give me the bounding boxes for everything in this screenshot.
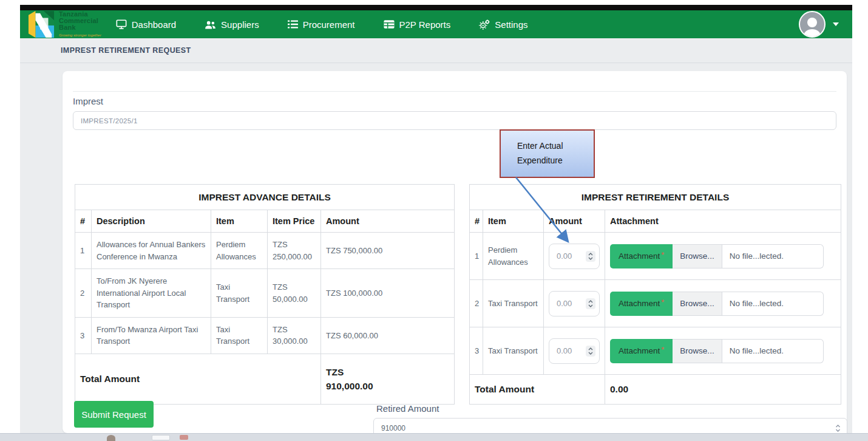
row-description: From/To Mwanza Airport Taxi Transport xyxy=(92,317,211,354)
table-row: 2 Taxi Transport 0.00 Attachment xyxy=(470,280,841,327)
advance-details-table: IMPREST ADVANCE DETAILS # Description It… xyxy=(75,184,455,405)
col-header: Amount xyxy=(321,210,455,233)
nav-item-settings[interactable]: Settings xyxy=(479,19,527,30)
retired-amount-label: Retired Amount xyxy=(376,403,439,414)
amount-input[interactable]: 0.00 xyxy=(549,338,600,364)
chevron-down-icon[interactable] xyxy=(833,22,839,26)
nav-item-label: Suppliers xyxy=(221,19,259,30)
amount-input[interactable]: 0.00 xyxy=(549,244,600,269)
brand-text: Tanzania Commercial Bank Growing stronge… xyxy=(59,10,101,39)
col-header: Item xyxy=(211,210,268,233)
row-item: Taxi Transport xyxy=(483,327,544,375)
top-navbar: Tanzania Commercial Bank Growing stronge… xyxy=(20,10,852,38)
advance-header-row: # Description Item Item Price Amount xyxy=(75,210,455,233)
taskbar-person-icon xyxy=(107,435,115,441)
total-amount-label: Total Amount xyxy=(475,384,534,394)
row-item: Taxi Transport xyxy=(211,269,268,318)
nav-item-label: Procurement xyxy=(303,19,355,30)
file-status-text: No file...lected. xyxy=(722,292,791,315)
attachment-control: Attachment * Browse... No file...lected. xyxy=(610,292,824,316)
taskbar-red-icon xyxy=(180,435,188,440)
attachment-button[interactable]: Attachment * xyxy=(610,339,673,363)
tcb-logo-icon xyxy=(27,11,55,38)
row-number: 2 xyxy=(470,280,483,327)
attachment-control: Attachment * Browse... No file...lected. xyxy=(610,339,824,363)
spinner-control[interactable] xyxy=(586,251,595,262)
user-avatar[interactable] xyxy=(799,11,826,38)
nav-item-dashboard[interactable]: Dashboard xyxy=(116,19,176,30)
browse-button[interactable]: Browse... xyxy=(673,340,722,363)
nav-menu: Dashboard Suppliers xyxy=(116,19,528,30)
gears-icon xyxy=(479,19,490,30)
amount-value: 0.00 xyxy=(557,345,572,357)
row-item-price: TZS 50,000.00 xyxy=(268,269,321,318)
col-header: Amount xyxy=(544,210,605,233)
file-status-text: No file...lected. xyxy=(722,245,791,268)
amount-value: 0.00 xyxy=(557,298,572,310)
attachment-control: Attachment * Browse... No file...lected. xyxy=(610,244,824,268)
required-marker: * xyxy=(661,250,664,259)
col-header: Attachment xyxy=(605,210,841,233)
row-amount: TZS 100,000.00 xyxy=(321,269,455,318)
taskbar-strip xyxy=(0,433,868,441)
nav-item-label: Settings xyxy=(495,19,527,30)
spinner-control[interactable] xyxy=(586,298,595,309)
table-row: 2 To/From JK Nyerere International Airpo… xyxy=(75,269,455,318)
advance-total-row: Total Amount TZS 910,000.00 xyxy=(75,354,455,405)
spinner-control[interactable] xyxy=(586,346,595,357)
total-amount-value: 0.00 xyxy=(610,384,628,394)
attachment-button-label: Attachment xyxy=(619,251,660,261)
page-title: IMPREST RETIREMENT REQUEST xyxy=(61,46,191,55)
file-input[interactable]: Browse... No file...lected. xyxy=(673,339,824,363)
total-amount-label: Total Amount xyxy=(80,374,140,384)
retirement-table-title: IMPREST RETIREMENT DETAILS xyxy=(470,185,841,210)
card-divider xyxy=(73,91,836,92)
col-header: Item Price xyxy=(268,210,321,233)
file-input[interactable]: Browse... No file...lected. xyxy=(673,292,824,316)
nav-item-procurement[interactable]: Procurement xyxy=(288,19,355,30)
advance-table-title: IMPREST ADVANCE DETAILS xyxy=(75,185,455,210)
row-amount: TZS 750,000.00 xyxy=(321,233,455,269)
row-number: 1 xyxy=(75,233,92,269)
col-header: # xyxy=(75,210,92,233)
imprest-input[interactable]: IMPREST/2025/1 xyxy=(73,111,836,130)
retirement-details-table: IMPREST RETIREMENT DETAILS # Item Amount… xyxy=(469,184,841,405)
nav-item-label: Dashboard xyxy=(132,19,176,30)
attachment-button-label: Attachment xyxy=(619,346,660,355)
imprest-label: Imprest xyxy=(73,96,103,106)
table-row: 1 Perdiem Allowances 0.00 Attachment xyxy=(470,233,841,280)
attachment-button[interactable]: Attachment * xyxy=(610,244,673,268)
nav-item-suppliers[interactable]: Suppliers xyxy=(205,19,259,30)
taskbar-document-icon xyxy=(152,435,170,440)
nav-item-p2p-reports[interactable]: P2P Reports xyxy=(384,19,451,30)
row-item: Perdiem Allowances xyxy=(211,233,268,269)
table-row: 3 Taxi Transport 0.00 Attachment xyxy=(470,327,841,375)
browse-button[interactable]: Browse... xyxy=(673,245,722,268)
navbar-right xyxy=(799,11,839,38)
row-description: To/From JK Nyerere International Airport… xyxy=(92,269,211,318)
col-header: Item xyxy=(483,210,544,233)
row-item-price: TZS 250,000.00 xyxy=(268,233,321,269)
table-icon xyxy=(384,19,395,29)
row-number: 2 xyxy=(75,269,92,318)
total-amount-value: TZS 910,000.00 xyxy=(326,365,387,394)
amount-value: 0.00 xyxy=(557,250,572,262)
file-status-text: No file...lected. xyxy=(722,340,791,363)
imprest-value: IMPREST/2025/1 xyxy=(81,117,138,125)
retired-amount-value: 910000 xyxy=(381,424,405,432)
row-amount: TZS 60,000.00 xyxy=(321,317,455,354)
browser-edge-strip xyxy=(20,5,852,10)
spinner-control[interactable] xyxy=(833,423,843,434)
submit-request-button[interactable]: Submit Request xyxy=(74,401,154,428)
tcb-logo[interactable]: Tanzania Commercial Bank Growing stronge… xyxy=(27,10,101,39)
browse-button[interactable]: Browse... xyxy=(673,292,722,315)
retirement-header-row: # Item Amount Attachment xyxy=(470,210,841,233)
attachment-button[interactable]: Attachment * xyxy=(610,292,673,316)
annotation-callout: Enter Actual Expenditure xyxy=(500,129,595,178)
row-number: 3 xyxy=(75,317,92,354)
table-row: 1 Allowances for Annual Bankers Conferen… xyxy=(75,233,455,269)
table-row: 3 From/To Mwanza Airport Taxi Transport … xyxy=(75,317,455,354)
amount-input[interactable]: 0.00 xyxy=(549,291,600,316)
breadcrumb-bar: IMPREST RETIREMENT REQUEST xyxy=(20,38,852,63)
file-input[interactable]: Browse... No file...lected. xyxy=(673,244,824,268)
